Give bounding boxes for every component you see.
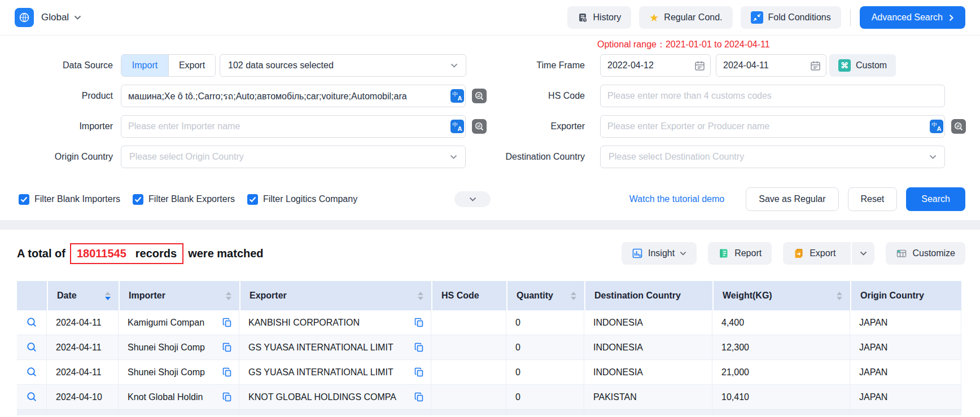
- importer-name[interactable]: Shunei Shoji Comp: [128, 367, 205, 378]
- weight-cell: 21,000: [712, 360, 850, 384]
- destination-country-cell: INDONESIA: [584, 310, 712, 335]
- copy-icon[interactable]: [414, 392, 424, 402]
- filter-logitics-company-checkbox[interactable]: Filter Logitics Company: [247, 194, 357, 205]
- view-detail-search-icon[interactable]: [27, 367, 37, 378]
- col-header-exporter[interactable]: Exporter: [239, 281, 431, 310]
- destination-country-cell: INDONESIA: [584, 335, 712, 359]
- reset-button[interactable]: Reset: [848, 187, 898, 211]
- table-row: 2024-04-10 Knot Global Holdin KNOT GLOBA…: [17, 385, 961, 410]
- insight-button[interactable]: BI Insight: [622, 242, 697, 265]
- origin-country-select[interactable]: Please select Origin Country: [121, 146, 466, 168]
- search-button[interactable]: Search: [906, 187, 965, 211]
- star-icon: ★: [649, 12, 659, 23]
- filter-row: Filter Blank Importers Filter Blank Expo…: [0, 187, 980, 211]
- fuzzy-match-icon[interactable]: [472, 89, 487, 103]
- col-header-date[interactable]: Date: [47, 281, 119, 310]
- weight-header-label: Weight(KG): [723, 291, 772, 301]
- copy-icon[interactable]: [222, 392, 232, 402]
- fold-conditions-button[interactable]: Fold Conditions: [741, 6, 841, 29]
- col-header-weight[interactable]: Weight(KG): [712, 281, 850, 310]
- hs-code-cell: [431, 335, 506, 359]
- origin-country-cell: JAPAN: [850, 385, 961, 409]
- calendar-icon[interactable]: [694, 60, 705, 71]
- results-section: A total of 18011545 records were matched…: [0, 241, 980, 415]
- tab-import[interactable]: Import: [121, 55, 168, 76]
- export-button[interactable]: Export: [783, 242, 846, 265]
- destination-country-cell: PAKISTAN: [584, 385, 712, 409]
- calendar-icon[interactable]: [810, 60, 821, 71]
- translate-icon[interactable]: 中A: [450, 120, 464, 133]
- hs-code-input[interactable]: [600, 85, 945, 107]
- exporter-name[interactable]: GS YUASA INTERNATIONAL LIMIT: [248, 367, 393, 378]
- view-detail-search-icon[interactable]: [27, 317, 37, 328]
- row-detail-cell: [17, 385, 47, 409]
- sort-icon[interactable]: [837, 292, 842, 300]
- region-chevron-down-icon[interactable]: [74, 15, 81, 20]
- importer-name[interactable]: Knot Global Holdin: [128, 392, 203, 402]
- sort-icon[interactable]: [105, 292, 111, 300]
- col-header-importer[interactable]: Importer: [119, 281, 239, 310]
- regular-cond-button[interactable]: ★ Regular Cond.: [639, 6, 732, 29]
- importer-name[interactable]: Kamigumi Compan: [128, 318, 204, 328]
- tutorial-link[interactable]: Watch the tutorial demo: [629, 194, 724, 204]
- report-button[interactable]: Report: [708, 242, 772, 265]
- col-header-quantity[interactable]: Quantity: [506, 281, 584, 310]
- importer-input[interactable]: [121, 115, 466, 138]
- history-button[interactable]: History: [567, 6, 632, 29]
- exporter-input[interactable]: [600, 115, 945, 138]
- product-field: 中A: [121, 85, 466, 107]
- region-selector-label[interactable]: Global: [41, 12, 69, 23]
- view-detail-search-icon[interactable]: [27, 342, 37, 353]
- destination-country-select[interactable]: Please select Destination Country: [600, 146, 945, 168]
- exporter-name[interactable]: KNOT GLOBAL HOLDINGS COMPA: [248, 392, 396, 402]
- report-label: Report: [734, 248, 762, 258]
- custom-label: Custom: [856, 60, 887, 71]
- destination-country-header-label: Destination Country: [594, 291, 681, 301]
- expand-conditions-button[interactable]: [454, 191, 491, 207]
- origin-country-header-label: Origin Country: [860, 291, 924, 301]
- origin-country-cell: JAPAN: [850, 335, 961, 359]
- translate-icon[interactable]: 中A: [450, 89, 464, 103]
- sort-icon[interactable]: [418, 292, 423, 300]
- date-start-field[interactable]: [600, 54, 711, 77]
- chevron-down-icon: [860, 251, 867, 256]
- sort-icon[interactable]: [226, 292, 231, 300]
- exporter-name[interactable]: GS YUASA INTERNATIONAL LIMIT: [248, 343, 393, 353]
- importer-cell: Shunei Shoji Comp: [119, 360, 239, 384]
- results-title-row: A total of 18011545 records were matched…: [17, 241, 980, 266]
- exporter-cell: KNOT GLOBAL HOLDINGS COMPA: [239, 385, 431, 409]
- translate-icon[interactable]: 中A: [930, 120, 943, 133]
- sort-icon[interactable]: [571, 292, 576, 300]
- exporter-name[interactable]: KANBISHI CORPORATION: [248, 318, 360, 328]
- copy-icon[interactable]: [222, 343, 232, 352]
- app-logo[interactable]: [15, 8, 34, 27]
- customize-button[interactable]: Customize: [886, 242, 965, 265]
- col-header-hs-code: HS Code: [431, 281, 506, 310]
- product-input[interactable]: [121, 85, 466, 107]
- data-sources-select[interactable]: 102 data sources selected: [220, 54, 466, 77]
- copy-icon[interactable]: [414, 343, 424, 352]
- date-end-field[interactable]: [716, 54, 826, 77]
- fuzzy-match-icon[interactable]: [951, 119, 966, 134]
- copy-icon[interactable]: [414, 318, 424, 327]
- svg-text:A: A: [937, 125, 942, 132]
- custom-range-button[interactable]: ⌘ Custom: [829, 54, 896, 77]
- copy-icon[interactable]: [414, 367, 424, 377]
- advanced-search-button[interactable]: Advanced Search: [860, 6, 965, 29]
- copy-icon[interactable]: [222, 367, 232, 377]
- filter-blank-exporters-checkbox[interactable]: Filter Blank Exporters: [133, 194, 235, 205]
- importer-name[interactable]: Shunei Shoji Comp: [128, 343, 205, 353]
- advanced-search-label: Advanced Search: [872, 12, 943, 23]
- copy-icon[interactable]: [222, 318, 232, 327]
- weight-cell: 10,410: [712, 385, 850, 409]
- save-as-regular-button[interactable]: Save as Regular: [746, 187, 838, 211]
- filter-blank-importers-checkbox[interactable]: Filter Blank Importers: [19, 194, 120, 205]
- export-dropdown-button[interactable]: [851, 242, 874, 265]
- row-detail-cell: [17, 310, 47, 335]
- view-detail-search-icon[interactable]: [27, 392, 37, 402]
- col-header-origin-country: Origin Country: [850, 281, 961, 310]
- fuzzy-match-icon[interactable]: [472, 119, 487, 134]
- record-count: 18011545: [77, 247, 126, 260]
- regular-cond-label: Regular Cond.: [664, 12, 722, 23]
- tab-export[interactable]: Export: [168, 55, 215, 76]
